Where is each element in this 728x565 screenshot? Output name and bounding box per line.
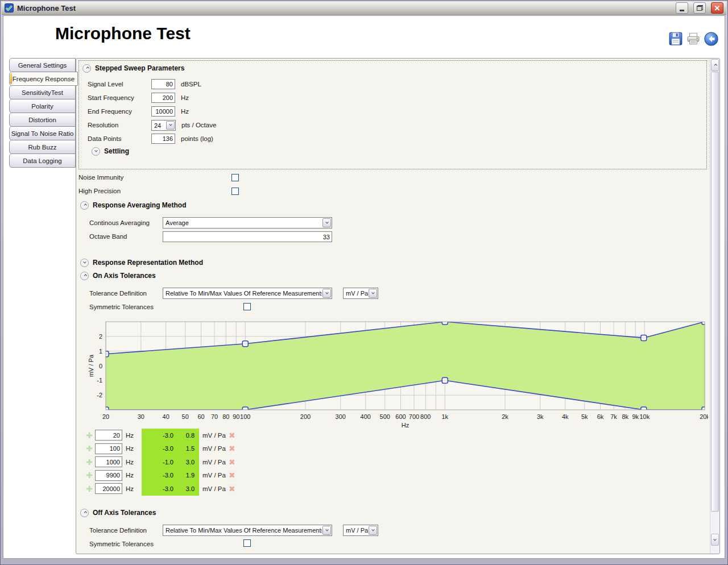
field-label: Resolution	[88, 122, 151, 128]
high-precision-checkbox[interactable]	[231, 188, 239, 195]
tolerance-row: ✚Hz-3.00.8mV / Pa✖	[85, 429, 235, 442]
delete-row-icon[interactable]: ✖	[229, 431, 235, 439]
combo-button[interactable]	[369, 289, 377, 298]
tolerance-definition-combo[interactable]: Relative To Min/Max Values Of Reference …	[163, 288, 332, 299]
tolerance-chart[interactable]: 2030405060708090100200300400500600700800…	[87, 318, 708, 429]
chevron-up-icon	[84, 274, 87, 277]
frequency-input[interactable]	[95, 483, 122, 494]
delete-row-icon[interactable]: ✖	[229, 485, 235, 493]
response-averaging-header: Response Averaging Method	[80, 201, 186, 210]
svg-text:9k: 9k	[632, 413, 639, 420]
chevron-down-icon	[371, 291, 375, 294]
noise-immunity-checkbox[interactable]	[231, 174, 239, 181]
svg-text:600: 600	[395, 413, 406, 420]
start-frequency-input[interactable]	[151, 93, 175, 103]
chevron-down-icon	[325, 221, 329, 224]
sidebar-tab-rub-buzz[interactable]: Rub Buzz	[9, 140, 76, 154]
svg-text:Hz: Hz	[402, 422, 409, 429]
sidebar-tab-distortion[interactable]: Distortion	[9, 113, 76, 127]
collapse-toggle[interactable]	[82, 64, 91, 73]
delete-row-icon[interactable]: ✖	[229, 458, 235, 466]
sidebar-tab-polarity[interactable]: Polarity	[9, 99, 76, 113]
signal-level-input[interactable]	[151, 79, 175, 89]
scrollbar[interactable]	[710, 59, 719, 554]
collapse-toggle[interactable]	[80, 201, 89, 210]
tolerance-min: -3.0	[142, 432, 173, 439]
tolerance-definition-label: Tolerance Definition	[89, 527, 147, 534]
print-icon	[686, 31, 701, 46]
combo-button[interactable]	[322, 218, 331, 227]
tolerance-unit-combo[interactable]: mV / Pa	[343, 288, 378, 299]
combo-value: Average	[163, 218, 322, 228]
svg-text:6k: 6k	[597, 413, 604, 420]
expand-toggle[interactable]	[92, 147, 100, 156]
tab-label: Distortion	[28, 117, 56, 123]
add-row-icon[interactable]: ✚	[85, 431, 94, 439]
frequency-input[interactable]	[95, 443, 122, 454]
response-representation-header: Response Representation Method	[80, 258, 203, 267]
sidebar-tab-frequency-response[interactable]: Frequency Response	[9, 72, 78, 86]
maximize-button[interactable]	[693, 2, 706, 14]
section-title: On Axis Tolerances	[93, 272, 156, 280]
end-frequency-input[interactable]	[151, 106, 175, 117]
chevron-down-icon	[83, 260, 86, 264]
frequency-unit-label: Hz	[122, 472, 142, 479]
data-points-input[interactable]	[151, 134, 175, 144]
off-axis-tolerance-definition-combo[interactable]: Relative To Min/Max Values Of Reference …	[163, 525, 332, 536]
sidebar-tab-signal-to-noise-ratio[interactable]: Signal To Noise Ratio	[9, 126, 76, 140]
window-body: Microphone Test	[3, 15, 725, 559]
symmetric-tolerances-checkbox[interactable]	[243, 303, 251, 310]
save-icon	[668, 31, 683, 46]
settling-title: Settling	[104, 147, 129, 155]
print-button[interactable]	[685, 31, 701, 47]
expand-toggle[interactable]	[80, 259, 89, 267]
save-button[interactable]	[668, 31, 684, 47]
svg-text:40: 40	[163, 413, 169, 420]
tab-label: SensitivityTest	[22, 89, 63, 96]
app-icon[interactable]	[5, 3, 14, 13]
value-unit-label: mV / Pa	[199, 459, 226, 466]
combo-button[interactable]	[369, 526, 377, 535]
frequency-input[interactable]	[95, 430, 122, 441]
off-axis-tolerance-unit-combo[interactable]: mV / Pa	[343, 525, 378, 536]
add-row-icon[interactable]: ✚	[85, 471, 94, 479]
chevron-up-icon	[86, 67, 89, 70]
tolerance-values-cell: -1.03.0	[142, 455, 199, 469]
value-unit-label: mV / Pa	[199, 445, 226, 452]
value-unit-label: mV / Pa	[199, 432, 226, 439]
off-axis-symmetric-tolerances-checkbox[interactable]	[243, 539, 251, 547]
field-row: Data Pointspoints (log)	[88, 132, 213, 145]
octave-band-input[interactable]	[163, 231, 332, 242]
svg-text:-1: -1	[97, 377, 102, 384]
back-button[interactable]	[703, 31, 719, 47]
sidebar-tab-general-settings[interactable]: General Settings	[9, 58, 76, 72]
on-axis-tolerances-header: On Axis Tolerances	[80, 271, 156, 280]
add-row-icon[interactable]: ✚	[85, 458, 94, 466]
minimize-button[interactable]	[676, 2, 688, 14]
scrollbar-up-button[interactable]	[711, 59, 719, 71]
frequency-input[interactable]	[95, 470, 122, 481]
combo-value: mV / Pa	[344, 525, 368, 535]
frequency-input[interactable]	[95, 456, 122, 467]
delete-row-icon[interactable]: ✖	[229, 471, 235, 479]
chevron-down-icon	[94, 149, 98, 152]
add-row-icon[interactable]: ✚	[85, 485, 94, 493]
sidebar-tab-sensitivitytest[interactable]: SensitivityTest	[9, 85, 76, 99]
sidebar-tab-data-logging[interactable]: Data Logging	[9, 153, 76, 168]
close-button[interactable]: ✕	[711, 2, 723, 14]
collapse-toggle[interactable]	[80, 509, 89, 517]
svg-text:2: 2	[99, 333, 102, 340]
scrollbar-thumb[interactable]	[711, 72, 719, 512]
combo-button[interactable]	[322, 526, 331, 535]
add-row-icon[interactable]: ✚	[85, 444, 94, 452]
scrollbar-down-button[interactable]	[711, 534, 719, 546]
collapse-toggle[interactable]	[80, 272, 89, 280]
svg-text:200: 200	[300, 413, 311, 420]
tab-label: Polarity	[31, 103, 53, 110]
combo-button[interactable]	[322, 289, 331, 298]
resolution-combo[interactable]: 24	[151, 120, 176, 131]
continuous-averaging-combo[interactable]: Average	[163, 217, 332, 229]
symmetric-tolerances-label: Symmetric Tolerances	[89, 541, 154, 547]
combo-button[interactable]	[166, 121, 175, 130]
delete-row-icon[interactable]: ✖	[229, 444, 235, 452]
